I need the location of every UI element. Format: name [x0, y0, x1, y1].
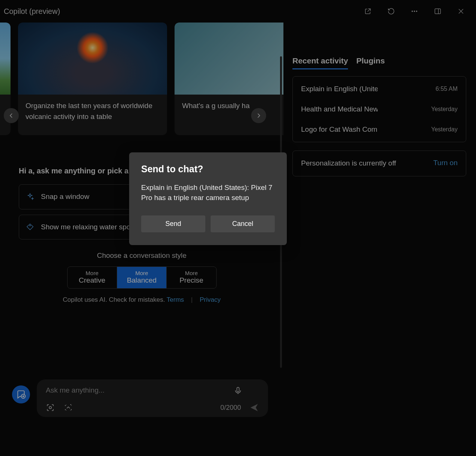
send-to-chat-dialog: Send to chat? Explain in English (United…: [129, 152, 287, 245]
send-button[interactable]: Send: [141, 215, 205, 232]
dialog-title: Send to chat?: [141, 164, 275, 175]
dialog-message: Explain in English (United States): Pixe…: [141, 183, 275, 203]
cancel-button[interactable]: Cancel: [211, 215, 275, 232]
